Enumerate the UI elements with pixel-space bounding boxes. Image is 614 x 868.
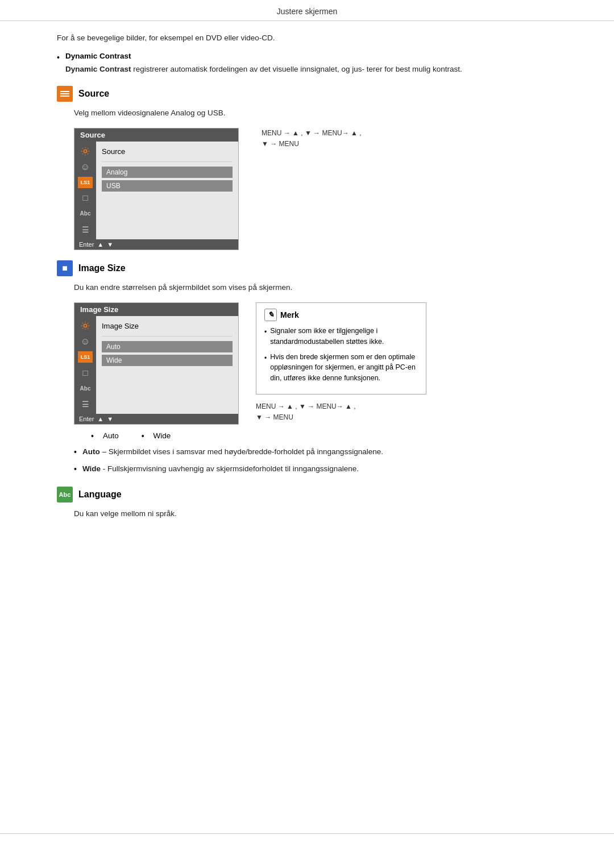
sidebar-person-icon: ☺ bbox=[78, 161, 93, 173]
image-size-icon: ■ bbox=[57, 260, 73, 276]
svg-point-1 bbox=[84, 324, 86, 327]
auto-bullet-dot: • bbox=[74, 447, 77, 456]
source-icon bbox=[57, 86, 73, 102]
imgsize-option-auto[interactable]: Auto bbox=[102, 341, 233, 352]
wide-bold: Wide bbox=[82, 464, 101, 473]
note-bullet-dot-1: • bbox=[264, 327, 267, 337]
image-size-menu-content: Image Size Auto Wide bbox=[96, 316, 238, 414]
intro-text: For å se bevegelige bilder, for eksempel… bbox=[57, 32, 569, 44]
image-size-desc: Du kan endre størrelsen på skjermbildet … bbox=[74, 282, 569, 293]
language-icon-text: Abc bbox=[59, 491, 71, 498]
imgsize-sidebar-gear-icon bbox=[78, 319, 93, 332]
image-size-menu-body: ☺ LS1 □ Abc ☰ Image Size bbox=[74, 316, 238, 414]
source-menu-header: Source bbox=[74, 128, 238, 142]
language-icon: Abc bbox=[57, 487, 73, 502]
image-size-two-col: Image Size ☺ bbox=[74, 302, 569, 425]
source-nav-text: MENU → ▲ , ▼ → MENU→ ▲ ,▼ → MENU bbox=[262, 128, 362, 149]
source-footer-enter: Enter bbox=[79, 241, 94, 248]
note-header: ✎ Merk bbox=[264, 309, 418, 321]
imgsize-sidebar-brightness-icon: ☰ bbox=[78, 398, 93, 410]
page-title: Justere skjermen bbox=[0, 0, 614, 21]
imgsize-option-wide[interactable]: Wide bbox=[102, 355, 233, 366]
bottom-border bbox=[0, 833, 614, 834]
language-desc: Du kan velge mellom ni språk. bbox=[74, 508, 569, 520]
wide-desc-bullet: • Wide - Fullskjermvisning uavhengig av … bbox=[74, 463, 569, 475]
imgsize-footer-enter: Enter bbox=[79, 416, 94, 422]
image-size-menu-sidebar: ☺ LS1 □ Abc ☰ bbox=[74, 316, 96, 414]
source-line-1 bbox=[60, 91, 69, 92]
note-box: ✎ Merk • Signaler som ikke er tilgjengel… bbox=[256, 302, 426, 394]
inline-dot-wide: • bbox=[142, 431, 144, 441]
source-title: Source bbox=[78, 89, 109, 99]
auto-bold: Auto bbox=[82, 447, 100, 456]
dynamic-contrast-bold: Dynamic Contrast bbox=[65, 65, 131, 73]
imgsize-sidebar-abc-icon: Abc bbox=[78, 382, 93, 394]
source-section-body: Velg mellom videosignalene Analog og USB… bbox=[57, 107, 569, 250]
imgsize-sidebar-monitor-icon: □ bbox=[78, 366, 93, 379]
language-section-body: Du kan velge mellom ni språk. bbox=[57, 508, 569, 520]
source-menu-content: Source Analog USB bbox=[96, 142, 238, 239]
note-text-2: Hvis den brede skjermen som er den optim… bbox=[270, 352, 418, 384]
svg-point-0 bbox=[84, 149, 86, 152]
sidebar-gear-icon bbox=[78, 145, 93, 157]
source-menu-box: Source ☺ LS1 bbox=[74, 128, 239, 250]
source-section-heading: Source bbox=[57, 86, 569, 102]
image-size-nav-text: MENU → ▲ , ▼ → MENU→ ▲ ,▼ → MENU bbox=[256, 401, 569, 423]
bullet-content: Dynamic Contrast Dynamic Contrast regist… bbox=[65, 52, 569, 75]
image-size-title: Image Size bbox=[78, 263, 126, 273]
content-area: For å se bevegelige bilder, for eksempel… bbox=[0, 21, 614, 540]
wide-bullet-dot: • bbox=[74, 464, 77, 474]
image-size-menu-box: Image Size ☺ bbox=[74, 302, 239, 425]
image-size-section-body: Du kan endre størrelsen på skjermbildet … bbox=[57, 282, 569, 475]
note-text-1: Signaler som ikke er tilgjengelige i sta… bbox=[270, 326, 418, 347]
source-menu-selected: Source bbox=[102, 146, 233, 157]
auto-desc-bullet: • Auto – Skjermbildet vises i samsvar me… bbox=[74, 446, 569, 458]
dynamic-contrast-text: registrerer automatisk fordelingen av de… bbox=[131, 65, 462, 73]
source-option-analog[interactable]: Analog bbox=[102, 167, 233, 178]
note-icon: ✎ bbox=[264, 309, 277, 321]
dynamic-contrast-title: Dynamic Contrast bbox=[65, 52, 569, 60]
sidebar-abc-icon: Abc bbox=[78, 207, 93, 220]
image-size-section-heading: ■ Image Size bbox=[57, 260, 569, 276]
inline-label-auto: Auto bbox=[103, 431, 119, 440]
source-footer-up: ▲ bbox=[97, 241, 103, 248]
auto-text: – Skjermbildet vises i samsvar med høyde… bbox=[100, 447, 383, 456]
source-menu-footer: Enter ▲ ▼ bbox=[74, 239, 238, 250]
dynamic-contrast-bullet: • Dynamic Contrast Dynamic Contrast regi… bbox=[57, 52, 569, 75]
inline-bullet-wide: • Wide bbox=[142, 430, 171, 441]
source-desc: Velg mellom videosignalene Analog og USB… bbox=[74, 107, 569, 119]
image-size-menu-header: Image Size bbox=[74, 303, 238, 316]
imgsize-footer-up: ▲ bbox=[97, 416, 103, 422]
bullet-dot: • bbox=[57, 53, 60, 62]
image-size-left-col: Image Size ☺ bbox=[74, 302, 239, 425]
note-bullet-2: • Hvis den brede skjermen som er den opt… bbox=[264, 352, 418, 384]
auto-desc: Auto – Skjermbildet vises i samsvar med … bbox=[82, 446, 383, 458]
note-bullet-1: • Signaler som ikke er tilgjengelige i s… bbox=[264, 326, 418, 347]
page-container: Justere skjermen For å se bevegelige bil… bbox=[0, 0, 614, 868]
inline-dot-auto: • bbox=[91, 431, 94, 441]
imgsize-divider bbox=[102, 336, 233, 337]
wide-text: - Fullskjermvisning uavhengig av skjerms… bbox=[101, 464, 359, 473]
source-footer-down: ▼ bbox=[107, 241, 113, 248]
sidebar-monitor-icon: □ bbox=[78, 192, 93, 204]
source-menu-body: ☺ LS1 □ Abc ☰ Source Analog bbox=[74, 142, 238, 239]
source-line-2 bbox=[60, 93, 69, 94]
imgsize-sidebar-source-icon: LS1 bbox=[78, 351, 93, 363]
source-menu-area: Source ☺ LS1 bbox=[74, 128, 569, 250]
dynamic-contrast-desc: Dynamic Contrast registrerer automatisk … bbox=[65, 64, 569, 75]
inline-bullets: • Auto • Wide bbox=[91, 430, 569, 441]
source-divider bbox=[102, 161, 233, 162]
source-icon-inner bbox=[60, 91, 69, 97]
imgsize-sidebar-person-icon: ☺ bbox=[78, 335, 93, 348]
note-title: Merk bbox=[280, 309, 299, 321]
image-size-menu-footer: Enter ▲ ▼ bbox=[74, 414, 238, 424]
image-size-menu-selected: Image Size bbox=[102, 321, 233, 331]
note-bullet-dot-2: • bbox=[264, 353, 267, 363]
inline-label-wide: Wide bbox=[154, 431, 171, 440]
wide-desc: Wide - Fullskjermvisning uavhengig av sk… bbox=[82, 463, 359, 475]
sidebar-brightness-icon: ☰ bbox=[78, 223, 93, 236]
language-section-heading: Abc Language bbox=[57, 487, 569, 502]
imgsize-footer-down: ▼ bbox=[107, 416, 113, 422]
source-option-usb[interactable]: USB bbox=[102, 180, 233, 192]
inline-bullet-auto: • Auto bbox=[91, 430, 119, 441]
